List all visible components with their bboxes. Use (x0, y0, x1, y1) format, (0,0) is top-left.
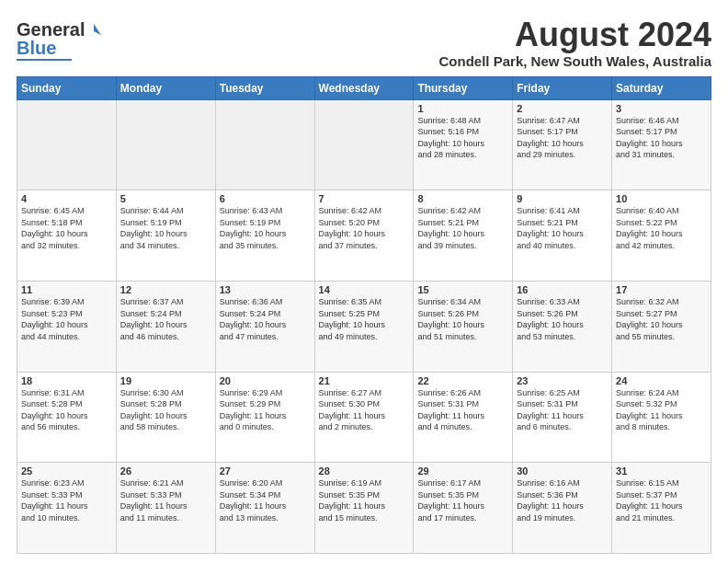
day-info: Sunrise: 6:31 AM Sunset: 5:28 PM Dayligh… (21, 387, 112, 433)
table-row: 6Sunrise: 6:43 AM Sunset: 5:19 PM Daylig… (215, 190, 314, 282)
day-info: Sunrise: 6:27 AM Sunset: 5:30 PM Dayligh… (319, 387, 410, 433)
day-info: Sunrise: 6:24 AM Sunset: 5:32 PM Dayligh… (616, 387, 707, 433)
table-row: 11Sunrise: 6:39 AM Sunset: 5:23 PM Dayli… (17, 281, 117, 372)
logo-text: General (17, 20, 85, 39)
table-row: 19Sunrise: 6:30 AM Sunset: 5:28 PM Dayli… (116, 372, 215, 463)
day-number: 19 (120, 375, 211, 386)
day-number: 29 (417, 465, 508, 477)
day-info: Sunrise: 6:33 AM Sunset: 5:26 PM Dayligh… (517, 296, 608, 342)
table-row: 7Sunrise: 6:42 AM Sunset: 5:20 PM Daylig… (314, 190, 414, 282)
table-row (116, 99, 215, 190)
table-row: 22Sunrise: 6:26 AM Sunset: 5:31 PM Dayli… (414, 372, 513, 463)
day-info: Sunrise: 6:30 AM Sunset: 5:28 PM Dayligh… (120, 387, 211, 433)
table-row: 13Sunrise: 6:36 AM Sunset: 5:24 PM Dayli… (215, 281, 314, 372)
page: General Blue August 2024 Condell Park, N… (0, 0, 728, 563)
day-number: 21 (319, 375, 410, 386)
day-number: 25 (21, 465, 112, 477)
day-info: Sunrise: 6:35 AM Sunset: 5:25 PM Dayligh… (319, 296, 410, 342)
calendar-week-row: 11Sunrise: 6:39 AM Sunset: 5:23 PM Dayli… (17, 281, 711, 372)
day-info: Sunrise: 6:45 AM Sunset: 5:18 PM Dayligh… (21, 205, 112, 251)
day-number: 30 (517, 465, 608, 477)
table-row: 20Sunrise: 6:29 AM Sunset: 5:29 PM Dayli… (215, 372, 314, 463)
day-info: Sunrise: 6:29 AM Sunset: 5:29 PM Dayligh… (220, 387, 311, 433)
day-number: 18 (21, 375, 112, 386)
col-thursday: Thursday (414, 76, 513, 99)
day-number: 13 (220, 284, 311, 295)
table-row: 27Sunrise: 6:20 AM Sunset: 5:34 PM Dayli… (215, 463, 314, 554)
day-info: Sunrise: 6:32 AM Sunset: 5:27 PM Dayligh… (616, 296, 707, 342)
table-row: 1Sunrise: 6:48 AM Sunset: 5:16 PM Daylig… (414, 99, 513, 190)
table-row: 4Sunrise: 6:45 AM Sunset: 5:18 PM Daylig… (17, 190, 117, 282)
day-number: 6 (220, 193, 311, 204)
table-row: 18Sunrise: 6:31 AM Sunset: 5:28 PM Dayli… (17, 372, 117, 463)
day-info: Sunrise: 6:40 AM Sunset: 5:22 PM Dayligh… (616, 205, 707, 251)
table-row: 23Sunrise: 6:25 AM Sunset: 5:31 PM Dayli… (513, 372, 612, 463)
day-info: Sunrise: 6:20 AM Sunset: 5:34 PM Dayligh… (220, 477, 311, 523)
day-info: Sunrise: 6:17 AM Sunset: 5:35 PM Dayligh… (417, 477, 508, 523)
day-number: 28 (319, 465, 410, 477)
day-number: 1 (417, 103, 508, 114)
day-number: 24 (616, 375, 707, 386)
table-row: 24Sunrise: 6:24 AM Sunset: 5:32 PM Dayli… (612, 372, 711, 463)
col-wednesday: Wednesday (314, 76, 414, 99)
day-number: 7 (319, 193, 410, 204)
calendar-header-row: Sunday Monday Tuesday Wednesday Thursday… (17, 76, 711, 99)
logo-underline (17, 59, 72, 61)
day-number: 17 (616, 284, 707, 295)
day-info: Sunrise: 6:26 AM Sunset: 5:31 PM Dayligh… (417, 387, 508, 433)
day-number: 15 (417, 284, 508, 295)
header: General Blue August 2024 Condell Park, N… (17, 17, 711, 69)
col-monday: Monday (116, 76, 215, 99)
day-info: Sunrise: 6:23 AM Sunset: 5:33 PM Dayligh… (21, 477, 112, 523)
day-info: Sunrise: 6:48 AM Sunset: 5:16 PM Dayligh… (417, 115, 508, 161)
day-info: Sunrise: 6:15 AM Sunset: 5:37 PM Dayligh… (616, 477, 707, 523)
day-number: 31 (616, 465, 707, 477)
day-number: 23 (517, 375, 608, 386)
calendar-week-row: 25Sunrise: 6:23 AM Sunset: 5:33 PM Dayli… (17, 463, 711, 554)
day-info: Sunrise: 6:47 AM Sunset: 5:17 PM Dayligh… (517, 115, 608, 161)
subtitle: Condell Park, New South Wales, Australia (439, 53, 711, 69)
calendar-week-row: 1Sunrise: 6:48 AM Sunset: 5:16 PM Daylig… (17, 99, 711, 190)
col-sunday: Sunday (17, 76, 117, 99)
table-row: 25Sunrise: 6:23 AM Sunset: 5:33 PM Dayli… (17, 463, 117, 554)
table-row: 14Sunrise: 6:35 AM Sunset: 5:25 PM Dayli… (314, 281, 414, 372)
day-number: 16 (517, 284, 608, 295)
col-tuesday: Tuesday (215, 76, 314, 99)
day-info: Sunrise: 6:42 AM Sunset: 5:21 PM Dayligh… (417, 205, 508, 251)
table-row: 16Sunrise: 6:33 AM Sunset: 5:26 PM Dayli… (513, 281, 612, 372)
day-number: 2 (517, 103, 608, 114)
table-row: 3Sunrise: 6:46 AM Sunset: 5:17 PM Daylig… (612, 99, 711, 190)
table-row: 15Sunrise: 6:34 AM Sunset: 5:26 PM Dayli… (414, 281, 513, 372)
day-info: Sunrise: 6:43 AM Sunset: 5:19 PM Dayligh… (220, 205, 311, 251)
table-row: 31Sunrise: 6:15 AM Sunset: 5:37 PM Dayli… (612, 463, 711, 554)
table-row: 10Sunrise: 6:40 AM Sunset: 5:22 PM Dayli… (612, 190, 711, 282)
table-row: 30Sunrise: 6:16 AM Sunset: 5:36 PM Dayli… (513, 463, 612, 554)
day-info: Sunrise: 6:44 AM Sunset: 5:19 PM Dayligh… (120, 205, 211, 251)
calendar-week-row: 18Sunrise: 6:31 AM Sunset: 5:28 PM Dayli… (17, 372, 711, 463)
logo-icon (86, 22, 101, 37)
day-info: Sunrise: 6:25 AM Sunset: 5:31 PM Dayligh… (517, 387, 608, 433)
day-info: Sunrise: 6:37 AM Sunset: 5:24 PM Dayligh… (120, 296, 211, 342)
table-row (17, 99, 117, 190)
day-number: 22 (417, 375, 508, 386)
day-info: Sunrise: 6:16 AM Sunset: 5:36 PM Dayligh… (517, 477, 608, 523)
day-info: Sunrise: 6:21 AM Sunset: 5:33 PM Dayligh… (120, 477, 211, 523)
table-row: 21Sunrise: 6:27 AM Sunset: 5:30 PM Dayli… (314, 372, 414, 463)
col-friday: Friday (513, 76, 612, 99)
logo: General Blue (17, 20, 101, 61)
day-number: 20 (220, 375, 311, 386)
table-row: 8Sunrise: 6:42 AM Sunset: 5:21 PM Daylig… (414, 190, 513, 282)
table-row: 29Sunrise: 6:17 AM Sunset: 5:35 PM Dayli… (414, 463, 513, 554)
title-block: August 2024 Condell Park, New South Wale… (439, 17, 711, 69)
day-number: 5 (120, 193, 211, 204)
day-number: 9 (517, 193, 608, 204)
day-info: Sunrise: 6:39 AM Sunset: 5:23 PM Dayligh… (21, 296, 112, 342)
day-number: 11 (21, 284, 112, 295)
day-number: 8 (417, 193, 508, 204)
day-number: 10 (616, 193, 707, 204)
table-row: 28Sunrise: 6:19 AM Sunset: 5:35 PM Dayli… (314, 463, 414, 554)
day-number: 4 (21, 193, 112, 204)
table-row: 2Sunrise: 6:47 AM Sunset: 5:17 PM Daylig… (513, 99, 612, 190)
day-number: 26 (120, 465, 211, 477)
table-row: 9Sunrise: 6:41 AM Sunset: 5:21 PM Daylig… (513, 190, 612, 282)
